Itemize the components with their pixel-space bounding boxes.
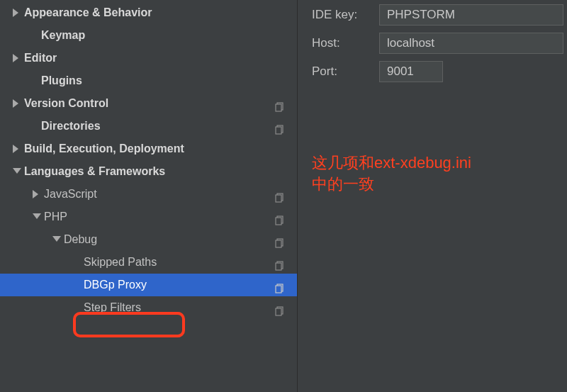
copy-icon xyxy=(274,211,286,223)
tree-item-directories[interactable]: Directories xyxy=(0,115,297,138)
settings-tree-sidebar: Appearance & Behavior Keymap Editor Plug… xyxy=(0,0,298,392)
tree-item-appearance-behavior[interactable]: Appearance & Behavior xyxy=(0,1,297,24)
chevron-down-icon xyxy=(52,236,61,245)
svg-rect-9 xyxy=(276,240,281,247)
tree-item-debug[interactable]: Debug xyxy=(0,228,297,251)
tree-label: Appearance & Behavior xyxy=(24,1,152,24)
ide-key-input[interactable] xyxy=(379,4,563,26)
copy-icon xyxy=(274,302,286,313)
tree-label: DBGp Proxy xyxy=(84,274,147,296)
copy-icon xyxy=(274,98,286,109)
port-label: Port: xyxy=(312,65,379,79)
tree-label: Step Filters xyxy=(84,296,141,319)
port-input[interactable] xyxy=(379,61,443,82)
chevron-down-icon xyxy=(33,213,41,222)
annotation-line2: 中的一致 xyxy=(312,174,471,195)
tree-item-step-filters[interactable]: Step Filters xyxy=(0,296,297,319)
tree-item-php[interactable]: PHP xyxy=(0,206,297,228)
tree-label: Version Control xyxy=(24,92,108,115)
tree-label: Languages & Frameworks xyxy=(24,160,165,183)
svg-rect-5 xyxy=(276,195,281,202)
tree-label: Build, Execution, Deployment xyxy=(24,138,184,160)
tree-item-languages-frameworks[interactable]: Languages & Frameworks xyxy=(0,160,297,183)
host-label: Host: xyxy=(312,36,379,50)
ide-key-label: IDE key: xyxy=(312,8,379,22)
annotation-line1: 这几项和ext-xdebug.ini xyxy=(312,152,471,174)
tree-label: JavaScript xyxy=(44,183,97,206)
svg-rect-11 xyxy=(276,263,281,270)
tree-item-version-control[interactable]: Version Control xyxy=(0,92,297,115)
form-row-port: Port: xyxy=(312,61,567,82)
svg-rect-15 xyxy=(276,308,281,315)
chevron-right-icon xyxy=(33,190,41,198)
host-input[interactable] xyxy=(379,33,563,54)
tree-label: Skipped Paths xyxy=(84,251,157,274)
svg-rect-1 xyxy=(276,104,281,111)
tree-item-build-execution-deployment[interactable]: Build, Execution, Deployment xyxy=(0,138,297,160)
tree-label: PHP xyxy=(44,206,67,228)
copy-icon xyxy=(274,234,286,245)
chevron-down-icon xyxy=(13,168,21,177)
settings-panel-dbgp-proxy: IDE key: Host: Port: 这几项和ext-xdebug.ini … xyxy=(298,0,567,392)
copy-icon xyxy=(274,189,286,200)
svg-rect-3 xyxy=(276,127,281,134)
chevron-right-icon xyxy=(13,145,21,153)
tree-label: Plugins xyxy=(41,69,82,92)
form-row-ide-key: IDE key: xyxy=(312,4,567,26)
tree-item-keymap[interactable]: Keymap xyxy=(0,24,297,47)
annotation-text: 这几项和ext-xdebug.ini 中的一致 xyxy=(312,152,471,195)
copy-icon xyxy=(274,121,286,132)
tree-item-skipped-paths[interactable]: Skipped Paths xyxy=(0,251,297,274)
svg-rect-13 xyxy=(276,286,281,293)
tree-item-plugins[interactable]: Plugins xyxy=(0,69,297,92)
chevron-right-icon xyxy=(13,99,21,108)
form-row-host: Host: xyxy=(312,33,567,54)
tree-item-dbgp-proxy[interactable]: DBGp Proxy xyxy=(0,274,297,296)
tree-label: Editor xyxy=(24,47,57,69)
tree-item-javascript[interactable]: JavaScript xyxy=(0,183,297,206)
chevron-right-icon xyxy=(13,54,21,62)
chevron-right-icon xyxy=(13,9,21,17)
tree-item-editor[interactable]: Editor xyxy=(0,47,297,69)
tree-label: Directories xyxy=(41,115,101,138)
svg-rect-7 xyxy=(276,218,281,225)
copy-icon xyxy=(274,257,286,268)
tree-label: Debug xyxy=(64,228,97,251)
copy-icon xyxy=(274,279,286,291)
tree-label: Keymap xyxy=(41,24,85,47)
